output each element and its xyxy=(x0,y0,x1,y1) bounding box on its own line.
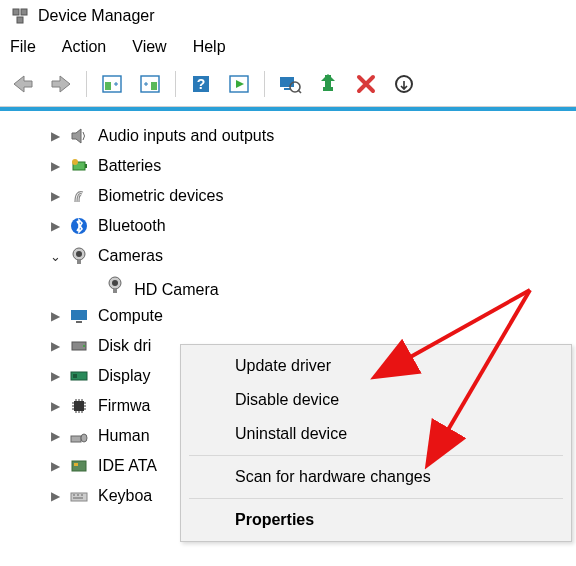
svg-rect-10 xyxy=(280,77,294,87)
tree-item-batteries[interactable]: ▶ Batteries xyxy=(0,151,576,181)
tree-item-label: Human xyxy=(98,427,150,445)
context-menu-properties[interactable]: Properties xyxy=(181,503,571,537)
toolbar: ? xyxy=(0,64,576,107)
chevron-right-icon[interactable]: ▶ xyxy=(48,459,62,473)
panel-left-icon[interactable] xyxy=(95,68,129,100)
menu-help[interactable]: Help xyxy=(193,38,226,56)
svg-rect-38 xyxy=(71,493,87,501)
svg-rect-2 xyxy=(17,17,23,23)
chevron-right-icon[interactable]: ▶ xyxy=(48,189,62,203)
svg-rect-18 xyxy=(85,164,87,168)
svg-point-35 xyxy=(81,434,87,442)
tree-item-label: IDE ATA xyxy=(98,457,157,475)
tree-item-bluetooth[interactable]: ▶ Bluetooth xyxy=(0,211,576,241)
camera-icon xyxy=(104,274,126,296)
tree-item-label: Cameras xyxy=(98,247,163,265)
menu-file[interactable]: File xyxy=(10,38,36,56)
context-menu-separator xyxy=(189,455,563,456)
svg-rect-32 xyxy=(73,374,77,378)
gpu-icon xyxy=(68,365,90,387)
disk-icon xyxy=(68,335,90,357)
tree-item-cameras[interactable]: ⌄ Cameras xyxy=(0,241,576,271)
svg-line-13 xyxy=(298,90,301,93)
tree-item-label: Disk dri xyxy=(98,337,151,355)
tree-item-label: Keyboa xyxy=(98,487,152,505)
chevron-right-icon[interactable]: ▶ xyxy=(48,339,62,353)
play-panel-icon[interactable] xyxy=(222,68,256,100)
chip-icon xyxy=(68,395,90,417)
context-menu: Update driver Disable device Uninstall d… xyxy=(180,344,572,542)
svg-rect-6 xyxy=(151,82,157,90)
menubar: File Action View Help xyxy=(0,32,576,64)
forward-icon[interactable] xyxy=(44,68,78,100)
context-menu-disable-device[interactable]: Disable device xyxy=(181,383,571,417)
svg-rect-37 xyxy=(74,463,78,466)
hid-icon xyxy=(68,425,90,447)
tree-item-label: Firmwa xyxy=(98,397,150,415)
device-manager-icon xyxy=(10,6,30,26)
keyboard-icon xyxy=(68,485,90,507)
scan-hardware-icon[interactable] xyxy=(273,68,307,100)
battery-icon xyxy=(68,155,90,177)
svg-rect-33 xyxy=(74,401,84,411)
tree-item-label: Audio inputs and outputs xyxy=(98,127,274,145)
tree-item-label: HD Camera xyxy=(134,281,218,298)
monitor-icon xyxy=(68,305,90,327)
context-menu-update-driver[interactable]: Update driver xyxy=(181,349,571,383)
svg-point-19 xyxy=(72,159,78,165)
chevron-right-icon[interactable]: ▶ xyxy=(48,369,62,383)
context-menu-separator xyxy=(189,498,563,499)
titlebar: Device Manager xyxy=(0,0,576,32)
chevron-down-icon[interactable]: ⌄ xyxy=(48,249,62,264)
context-menu-uninstall-device[interactable]: Uninstall device xyxy=(181,417,571,451)
tree-item-label: Biometric devices xyxy=(98,187,223,205)
svg-text:?: ? xyxy=(197,76,206,92)
toolbar-separator xyxy=(264,71,265,97)
uninstall-icon[interactable] xyxy=(349,68,383,100)
svg-rect-11 xyxy=(284,88,290,90)
tree-item-audio[interactable]: ▶ Audio inputs and outputs xyxy=(0,121,576,151)
disable-icon[interactable] xyxy=(387,68,421,100)
panel-right-icon[interactable] xyxy=(133,68,167,100)
menu-view[interactable]: View xyxy=(132,38,166,56)
fingerprint-icon xyxy=(68,185,90,207)
tree-item-label: Batteries xyxy=(98,157,161,175)
window-title: Device Manager xyxy=(38,7,155,25)
update-driver-icon[interactable] xyxy=(311,68,345,100)
svg-point-30 xyxy=(83,345,85,347)
svg-rect-0 xyxy=(13,9,19,15)
tree-item-biometric[interactable]: ▶ Biometric devices xyxy=(0,181,576,211)
svg-rect-26 xyxy=(113,289,117,293)
ide-icon xyxy=(68,455,90,477)
svg-point-22 xyxy=(76,251,82,257)
tree-item-label: Bluetooth xyxy=(98,217,166,235)
tree-item-label: Display xyxy=(98,367,150,385)
svg-point-25 xyxy=(112,280,118,286)
bluetooth-icon xyxy=(68,215,90,237)
svg-rect-28 xyxy=(76,321,82,323)
svg-rect-27 xyxy=(71,310,87,320)
chevron-right-icon[interactable]: ▶ xyxy=(48,159,62,173)
chevron-right-icon[interactable]: ▶ xyxy=(48,219,62,233)
speaker-icon xyxy=(68,125,90,147)
svg-rect-4 xyxy=(105,82,111,90)
chevron-right-icon[interactable]: ▶ xyxy=(48,399,62,413)
svg-rect-15 xyxy=(323,87,333,91)
toolbar-separator xyxy=(175,71,176,97)
chevron-right-icon[interactable]: ▶ xyxy=(48,309,62,323)
svg-rect-1 xyxy=(21,9,27,15)
svg-rect-23 xyxy=(77,260,81,264)
menu-action[interactable]: Action xyxy=(62,38,106,56)
help-icon[interactable]: ? xyxy=(184,68,218,100)
svg-rect-34 xyxy=(71,436,81,442)
tree-item-hd-camera[interactable]: ▶ HD Camera xyxy=(0,271,576,301)
chevron-right-icon[interactable]: ▶ xyxy=(48,429,62,443)
chevron-right-icon[interactable]: ▶ xyxy=(48,129,62,143)
camera-icon xyxy=(68,245,90,267)
back-icon[interactable] xyxy=(6,68,40,100)
tree-item-label: Compute xyxy=(98,307,163,325)
tree-item-computer[interactable]: ▶ Compute xyxy=(0,301,576,331)
toolbar-separator xyxy=(86,71,87,97)
context-menu-scan-hardware[interactable]: Scan for hardware changes xyxy=(181,460,571,494)
chevron-right-icon[interactable]: ▶ xyxy=(48,489,62,503)
